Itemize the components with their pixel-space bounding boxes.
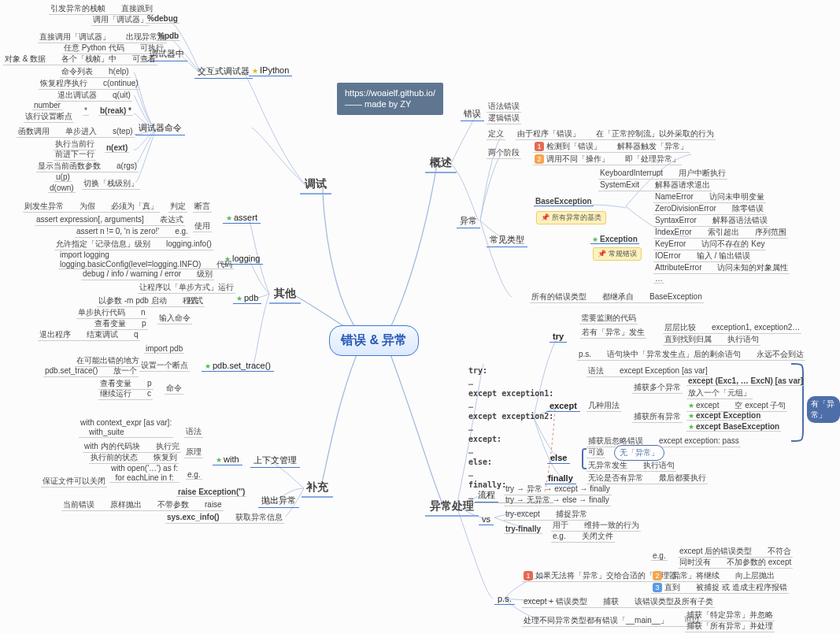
pdb-b: 以参数 -m pdb 启动 程式 (97, 295, 200, 307)
assert-eg: assert n != 0, 'n is zero!' e.g. (75, 226, 190, 238)
pdb-cmds: 输入命令 (157, 313, 192, 324)
vs-tf: try-finally (504, 525, 542, 534)
pst-c: 命令 (165, 383, 183, 395)
dbg-mid-b: 对象 & 数据 各个「栈帧」中 可查看 (3, 54, 157, 65)
cmd-up: u(p) (54, 172, 72, 182)
exception-node: ★Exception (590, 235, 639, 244)
finally-a: 无论是否有异常 最后都要执行 (587, 473, 708, 484)
cmd-step: 函数调用 单步进入 s(tep) (17, 126, 135, 138)
tag-base: 📌 所有异常的基类 (536, 211, 606, 224)
except-node: except (546, 400, 580, 412)
ex-t8: IOError 输入 / 输出错误 (653, 250, 752, 262)
ex-types: 常见类型 (487, 233, 527, 247)
finally-node: finally (545, 473, 576, 484)
pdb-p: 查看变量 p (93, 318, 148, 330)
try-b: 若有「异常」发生 (580, 327, 646, 339)
err-node: 错误 (461, 107, 484, 121)
root-node: 错误 & 异常 (329, 325, 419, 356)
else-a: 可选 (587, 447, 605, 458)
ps1a: e.g. (651, 551, 668, 561)
star-icon: ★ (226, 214, 232, 222)
ex-t7: KeyError 访问不存在的 Key (653, 239, 766, 250)
ex-t1: KeyboardInterrupt 用户中断执行 (598, 168, 727, 180)
with-c2: 保证文件可以关闭 (41, 476, 107, 488)
log-a: 允许指定「记录信息」级别 logging.info() (54, 239, 213, 250)
ex-def-t: 由于程序「错误」 在「正常控制流」以外采取的行为 (516, 128, 716, 140)
star-icon: ★ (688, 423, 694, 431)
assert-judge: 判定 (168, 201, 187, 213)
else-node: else (547, 452, 570, 464)
ex-p1: 1检测到「错误」 解释器触发「异常」 (533, 141, 690, 153)
with-a: with context_expr [as var]: with_suite (79, 418, 173, 438)
ex-node: 异常 (457, 214, 480, 228)
cmd-break-b: 该行设置断点 (24, 111, 74, 123)
cmd-break-a: number (32, 101, 62, 110)
with-b-head: 原理 (184, 447, 203, 458)
pst-c2: 继续运行 c (98, 388, 153, 400)
cmd-help: 命令列表 h(elp) (60, 66, 131, 78)
throw-r1: raise Exception('') (176, 488, 246, 497)
assert-danyan: 断言 (193, 201, 212, 213)
ex-inh: 所有的错误类型 都继承自 BaseException (530, 291, 704, 303)
ipython: ★IPython (249, 65, 292, 76)
ps3b: 捕获「所有异常」并处理 (685, 621, 775, 632)
assert-use: 使用 (193, 221, 212, 232)
ex-sup: 捕获后忽略错误 except exception: pass (587, 436, 741, 447)
err-b: 逻辑错误 (487, 113, 521, 124)
pdb-settrace: ★pdb.set_trace() (202, 360, 274, 372)
pdb-node: ★pdb (233, 292, 261, 304)
pdb-n: 单步执行代码 n (76, 307, 147, 319)
ps1b: 2「异常」将继续 向上层抛出 (651, 570, 776, 582)
ps1a1: except 后的错误类型 不符合 (678, 546, 793, 558)
pct-pdb-info: 直接调用「调试器」 出现异常后 (38, 32, 167, 43)
ex-t6: IndexError 索引超出 序列范围 (653, 227, 788, 239)
base-exception: BaseException (534, 197, 594, 206)
cmd-stacksw: 切换「栈级别」 (82, 178, 140, 190)
ex-t5: SyntaxError 解释器语法错误 (653, 215, 769, 227)
try-b1: 层层比较 exception1, exception2… (663, 322, 801, 334)
else-b: 无异常发生 执行语句 (587, 460, 676, 472)
try-c: p.s. 语句块中「异常发生点」后的剩余语句 永远不会到达 (577, 349, 805, 361)
bracket-have-exc: 有「异常」 (807, 396, 840, 423)
vs-tf2: e.g. 关闭文件 (551, 531, 615, 543)
dbg-mid-a: 任意 Python 代码 可执行 (62, 43, 165, 54)
ex-m1: except (Exc1, … ExcN) [as var] (686, 376, 805, 386)
star-icon: ★ (236, 295, 242, 302)
watermark: https://woaielf.github.io/ —— made by ZY (337, 83, 443, 115)
vs-te: try-except 捕捉异常 (504, 509, 589, 521)
ctx-mgr: 上下文管理 (250, 454, 300, 468)
cmd-break: b(reak) * (98, 106, 133, 116)
with-a-lbl: 语法 (184, 426, 203, 438)
pdb-a: 让程序以「单步方式」运行 (138, 282, 235, 294)
pst-a: import pdb (144, 344, 184, 354)
with-b2: 执行前的状态 恢复到 (89, 452, 179, 464)
ex-all: 捕获所有异常 (632, 411, 683, 423)
ex-a3: ★except BaseException (686, 422, 781, 432)
ps2: except + 错误类型 捕获 该错误类型及所有子类 (522, 596, 715, 608)
star-icon: ★ (688, 412, 694, 420)
ps3: 处理不同异常类型都有错误「__main__」 可以 (522, 615, 701, 627)
star-icon: ★ (592, 235, 598, 243)
cmd-next-b: 前进下一行 (54, 149, 96, 161)
ex-a1: ★except 空 except 子句 (686, 400, 787, 412)
cmd-cont: 恢复程序执行 c(ontinue) (39, 78, 139, 90)
throw-s: sys.exc_info() 获取异常信息 (165, 512, 284, 524)
throw-r2: 当前错误 原样抛出 不带参数 raise (61, 499, 224, 511)
pct-debug: %debug (146, 14, 179, 24)
branch-supp: 补充 (302, 479, 333, 498)
ex-m2: 放入一个「元组」 (686, 387, 753, 399)
assert-node: ★assert (223, 212, 261, 224)
ex-multi: 捕获多个异常 (632, 382, 683, 394)
pct-debug-info: 引发异常的栈帧 直接跳到 (49, 3, 154, 15)
star-icon: ★ (688, 402, 694, 410)
ex-syntax: 语法 except Exception [as var] (587, 365, 709, 377)
try-a: 需要监测的代码 (579, 313, 638, 324)
ps1c: 3直到 被捕捉 或 造成主程序报错 (651, 582, 789, 594)
cmd-next: n(ext) (105, 143, 129, 153)
cmd-args: 显示当前函数参数 a(rgs) (36, 161, 139, 172)
ex-p2: 2调用不同「操作」 即「处理异常」 (533, 154, 682, 165)
cmd-break-star: * (83, 106, 89, 116)
vs-node: vs (479, 514, 494, 525)
branch-overview: 概述 (425, 154, 457, 173)
with-node: ★with (213, 454, 242, 465)
